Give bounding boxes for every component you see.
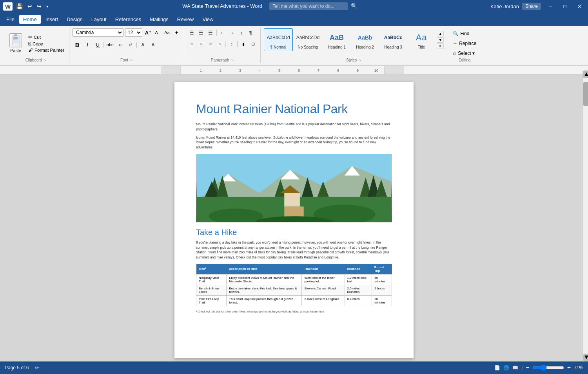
zoom-slider[interactable] <box>533 365 564 371</box>
styles-scroll-up[interactable]: ▲ <box>437 31 444 36</box>
style-heading2-preview: AaBb <box>358 30 372 45</box>
line-spacing-button[interactable]: ↕ <box>227 40 236 48</box>
select-button[interactable]: ▱ Select ▾ <box>450 49 479 57</box>
customize-quick-access[interactable]: ▾ <box>45 4 49 9</box>
save-button[interactable]: 💾 <box>15 2 24 10</box>
numbering-button[interactable]: ☰ <box>197 28 205 37</box>
styles-scroll-down[interactable]: ▼ <box>437 37 444 43</box>
menu-design[interactable]: Design <box>63 15 86 24</box>
font-size-select[interactable]: 12 <box>125 28 142 37</box>
font-expand-icon[interactable]: ↘ <box>130 58 133 62</box>
trail-time-3: 20 minutes <box>372 295 392 306</box>
maximize-button[interactable]: □ <box>560 3 570 10</box>
minimize-button[interactable]: ─ <box>546 3 555 10</box>
format-painter-button[interactable]: 🖌 Format Painter <box>27 47 66 53</box>
align-left-button[interactable]: ≡ <box>187 40 196 48</box>
shading-button[interactable]: ▮ <box>239 40 248 48</box>
grow-font-button[interactable]: A⁺ <box>144 28 152 37</box>
text-highlight-button[interactable]: A <box>138 40 147 49</box>
align-center-button[interactable]: ≡ <box>197 40 205 48</box>
view-read-button[interactable]: 📖 <box>512 365 518 370</box>
style-heading1[interactable]: AaB Heading 1 <box>323 28 350 51</box>
clipboard-main: Paste ✂ Cut ⎘ Copy 🖌 Format Painter <box>6 33 66 54</box>
table-row: Bench & Snow Lakes Enjoy two lakes along… <box>196 285 392 295</box>
redo-button[interactable]: ↪ <box>36 2 43 10</box>
show-paragraph-button[interactable]: ¶ <box>246 28 255 37</box>
paragraph-expand-icon[interactable]: ↘ <box>231 58 234 62</box>
share-button[interactable]: Share <box>522 3 541 10</box>
clipboard-group: Paste ✂ Cut ⎘ Copy 🖌 Format Painter <box>3 27 69 63</box>
svg-text:3: 3 <box>239 69 241 72</box>
menu-layout[interactable]: Layout <box>87 15 111 24</box>
view-web-button[interactable]: 🌐 <box>503 365 509 370</box>
svg-rect-2 <box>14 34 17 36</box>
font-color-button[interactable]: A <box>148 40 158 49</box>
svg-text:8: 8 <box>337 69 339 72</box>
hike-table: Trail¹ Description of Hike Trailhead Dis… <box>196 264 392 306</box>
zoom-in-button[interactable]: + <box>567 364 571 371</box>
clear-format-button[interactable]: ✦ <box>172 28 181 37</box>
menu-home[interactable]: Home <box>19 15 41 24</box>
menu-review[interactable]: Review <box>173 15 198 24</box>
svg-rect-7 <box>161 66 180 74</box>
svg-text:10: 10 <box>374 69 378 72</box>
subscript-button[interactable]: x₂ <box>116 40 125 49</box>
replace-button[interactable]: ↔ Replace <box>450 40 479 47</box>
close-button[interactable]: ✕ <box>574 3 585 10</box>
scroll-arrow-down[interactable]: ▼ <box>583 354 588 361</box>
paste-button[interactable]: Paste <box>6 33 25 54</box>
shrink-font-button[interactable]: A⁻ <box>153 28 162 37</box>
find-button[interactable]: 🔍 Find <box>450 30 479 38</box>
undo-button[interactable]: ↩ <box>26 2 33 10</box>
trail-time-1: 45 minutes <box>372 274 392 285</box>
increase-indent-button[interactable]: → <box>227 28 236 37</box>
font-top-row: Cambria 12 A⁺ A⁻ Aa ✦ <box>73 28 181 37</box>
underline-button[interactable]: U <box>93 40 102 49</box>
justify-button[interactable]: ≡ <box>216 40 224 48</box>
view-print-button[interactable]: 📄 <box>494 365 500 370</box>
clipboard-secondary: ✂ Cut ⎘ Copy 🖌 Format Painter <box>27 33 66 54</box>
bold-button[interactable]: B <box>73 40 82 49</box>
bullets-button[interactable]: ☰ <box>187 28 196 37</box>
clipboard-expand-icon[interactable]: ↘ <box>44 58 47 62</box>
superscript-button[interactable]: x² <box>126 40 135 49</box>
font-name-select[interactable]: Cambria <box>73 28 123 37</box>
style-no-spacing-preview: AaBbCcDd <box>296 30 319 45</box>
font-size-buttons: A⁺ A⁻ Aa ✦ <box>144 28 181 37</box>
change-case-button[interactable]: Aa <box>163 28 171 37</box>
styles-more[interactable]: ≡ <box>437 43 444 49</box>
replace-label: Replace <box>459 41 476 46</box>
trail-desc-2: Enjoy two lakes along this trail. See be… <box>227 285 302 295</box>
table-header-trailhead: Trailhead <box>302 264 345 275</box>
styles-expand-icon[interactable]: ↘ <box>358 58 361 62</box>
search-input[interactable] <box>269 2 348 10</box>
align-right-button[interactable]: ≡ <box>206 40 215 48</box>
strikethrough-button[interactable]: abc <box>105 40 115 49</box>
italic-button[interactable]: I <box>83 40 92 49</box>
multilevel-button[interactable]: ☰ <box>206 28 215 37</box>
document-area[interactable]: Mount Rainier National Park Mount Rainie… <box>0 74 588 366</box>
paragraph-group-label: Paragraph ↘ <box>187 58 257 62</box>
menu-insert[interactable]: Insert <box>42 15 62 24</box>
style-no-spacing[interactable]: AaBbCcDd No Spacing <box>294 28 322 51</box>
cut-button[interactable]: ✂ Cut <box>27 34 66 40</box>
style-heading2[interactable]: AaBb Heading 2 <box>351 28 379 51</box>
style-title[interactable]: Aa Title <box>408 28 435 51</box>
menu-mailings[interactable]: Mailings <box>146 15 172 24</box>
style-normal[interactable]: AaBbCcDd ¶ Normal <box>264 28 292 51</box>
find-icon: 🔍 <box>453 31 459 36</box>
style-heading3[interactable]: AaBbCc Heading 3 <box>379 28 407 51</box>
scroll-thumb[interactable] <box>583 82 588 106</box>
zoom-out-button[interactable]: − <box>526 364 529 371</box>
menu-references[interactable]: References <box>111 15 145 24</box>
sort-button[interactable]: ↕ <box>237 28 245 37</box>
borders-button[interactable]: ⊞ <box>249 40 257 48</box>
trail-name-3: Twin Firs Loop Trail <box>196 295 227 306</box>
copy-button[interactable]: ⎘ Copy <box>27 41 66 47</box>
scroll-arrow-up[interactable]: ▲ <box>583 74 588 78</box>
svg-text:2: 2 <box>220 69 221 72</box>
menu-file[interactable]: File <box>2 15 18 24</box>
scrollbar-track[interactable]: ▲ ▼ <box>583 74 588 361</box>
menu-view[interactable]: View <box>198 15 217 24</box>
decrease-indent-button[interactable]: ← <box>218 28 227 37</box>
